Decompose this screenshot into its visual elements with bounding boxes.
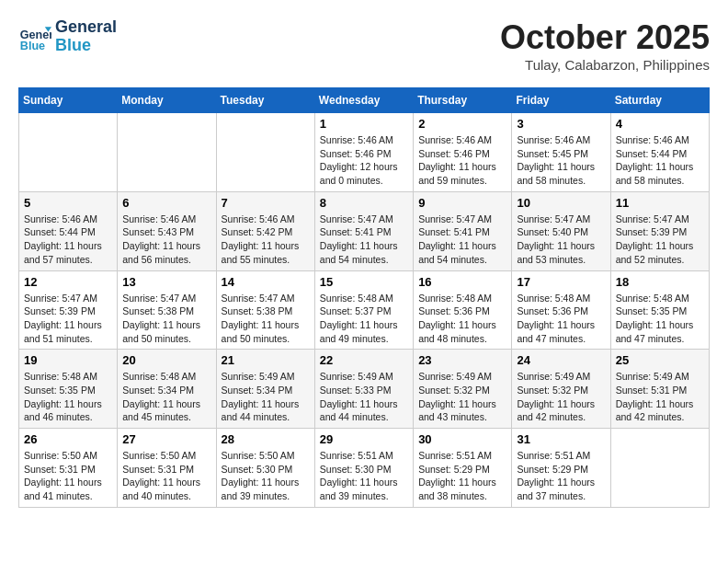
day-number: 27 (122, 432, 210, 446)
day-number: 31 (517, 432, 605, 446)
calendar-body: 1Sunrise: 5:46 AMSunset: 5:46 PMDaylight… (19, 113, 710, 508)
day-info: Sunrise: 5:46 AMSunset: 5:44 PMDaylight:… (24, 213, 112, 267)
day-info: Sunrise: 5:46 AMSunset: 5:46 PMDaylight:… (320, 133, 408, 188)
calendar-day-cell: 20Sunrise: 5:48 AMSunset: 5:34 PMDayligh… (118, 350, 216, 429)
calendar-day-cell: 31Sunrise: 5:51 AMSunset: 5:29 PMDayligh… (512, 429, 610, 508)
calendar-day-cell: 5Sunrise: 5:46 AMSunset: 5:44 PMDaylight… (19, 191, 118, 270)
calendar-day-cell: 25Sunrise: 5:49 AMSunset: 5:31 PMDayligh… (610, 350, 709, 429)
day-info: Sunrise: 5:51 AMSunset: 5:30 PMDaylight:… (320, 449, 408, 503)
day-number: 9 (418, 196, 506, 210)
day-number: 24 (517, 353, 605, 367)
day-info: Sunrise: 5:48 AMSunset: 5:36 PMDaylight:… (517, 292, 605, 346)
day-info: Sunrise: 5:51 AMSunset: 5:29 PMDaylight:… (418, 449, 506, 503)
calendar-day-cell: 15Sunrise: 5:48 AMSunset: 5:37 PMDayligh… (314, 270, 413, 350)
day-info: Sunrise: 5:49 AMSunset: 5:31 PMDaylight:… (616, 370, 704, 424)
calendar-day-cell: 24Sunrise: 5:49 AMSunset: 5:32 PMDayligh… (512, 350, 610, 429)
day-number: 2 (418, 117, 506, 131)
day-number: 6 (122, 196, 210, 210)
day-info: Sunrise: 5:48 AMSunset: 5:34 PMDaylight:… (122, 370, 210, 424)
day-number: 11 (616, 196, 704, 210)
calendar-day-cell: 27Sunrise: 5:50 AMSunset: 5:31 PMDayligh… (118, 429, 216, 508)
day-number: 20 (122, 353, 210, 367)
calendar-day-cell: 2Sunrise: 5:46 AMSunset: 5:46 PMDaylight… (414, 113, 512, 192)
day-info: Sunrise: 5:47 AMSunset: 5:39 PMDaylight:… (616, 213, 704, 267)
day-info: Sunrise: 5:46 AMSunset: 5:44 PMDaylight:… (616, 133, 704, 188)
day-number: 1 (320, 117, 408, 131)
calendar-day-cell: 26Sunrise: 5:50 AMSunset: 5:31 PMDayligh… (19, 429, 118, 508)
calendar-day-cell: 4Sunrise: 5:46 AMSunset: 5:44 PMDaylight… (610, 113, 709, 192)
calendar-day-cell: 11Sunrise: 5:47 AMSunset: 5:39 PMDayligh… (610, 191, 709, 270)
day-info: Sunrise: 5:49 AMSunset: 5:32 PMDaylight:… (517, 370, 605, 424)
calendar-table: SundayMondayTuesdayWednesdayThursdayFrid… (18, 87, 710, 508)
day-of-week-header: Friday (512, 88, 610, 113)
calendar-day-cell: 9Sunrise: 5:47 AMSunset: 5:41 PMDaylight… (414, 191, 512, 270)
calendar-day-cell (610, 429, 709, 508)
logo: General Blue General Blue (18, 18, 117, 55)
day-of-week-header: Sunday (19, 88, 118, 113)
day-info: Sunrise: 5:47 AMSunset: 5:38 PMDaylight:… (222, 292, 310, 346)
day-of-week-header: Saturday (610, 88, 709, 113)
day-info: Sunrise: 5:47 AMSunset: 5:41 PMDaylight:… (320, 213, 408, 267)
day-info: Sunrise: 5:46 AMSunset: 5:42 PMDaylight:… (222, 213, 310, 267)
calendar-day-cell (118, 113, 216, 192)
day-info: Sunrise: 5:49 AMSunset: 5:34 PMDaylight:… (222, 370, 310, 424)
day-number: 29 (320, 432, 408, 446)
day-number: 4 (616, 117, 704, 131)
day-info: Sunrise: 5:49 AMSunset: 5:33 PMDaylight:… (320, 370, 408, 424)
calendar-day-cell: 21Sunrise: 5:49 AMSunset: 5:34 PMDayligh… (216, 350, 314, 429)
calendar-day-cell: 30Sunrise: 5:51 AMSunset: 5:29 PMDayligh… (414, 429, 512, 508)
title-block: October 2025 Tulay, Calabarzon, Philippi… (500, 18, 710, 73)
day-number: 17 (517, 275, 605, 289)
day-number: 23 (418, 353, 506, 367)
day-number: 18 (616, 275, 704, 289)
day-number: 30 (418, 432, 506, 446)
day-number: 10 (517, 196, 605, 210)
day-info: Sunrise: 5:47 AMSunset: 5:39 PMDaylight:… (24, 292, 112, 346)
day-number: 3 (517, 117, 605, 131)
day-info: Sunrise: 5:51 AMSunset: 5:29 PMDaylight:… (517, 449, 605, 503)
svg-text:Blue: Blue (20, 39, 45, 52)
location: Tulay, Calabarzon, Philippines (500, 57, 710, 73)
calendar-day-cell: 12Sunrise: 5:47 AMSunset: 5:39 PMDayligh… (19, 270, 118, 350)
month-title: October 2025 (500, 18, 710, 57)
day-number: 15 (320, 275, 408, 289)
calendar-day-cell: 10Sunrise: 5:47 AMSunset: 5:40 PMDayligh… (512, 191, 610, 270)
calendar-day-cell (19, 113, 118, 192)
day-of-week-header: Monday (118, 88, 216, 113)
day-number: 5 (24, 196, 112, 210)
day-number: 8 (320, 196, 408, 210)
calendar-day-cell: 13Sunrise: 5:47 AMSunset: 5:38 PMDayligh… (118, 270, 216, 350)
day-info: Sunrise: 5:48 AMSunset: 5:36 PMDaylight:… (418, 292, 506, 346)
day-number: 19 (24, 353, 112, 367)
calendar-week-row: 26Sunrise: 5:50 AMSunset: 5:31 PMDayligh… (19, 429, 710, 508)
calendar-week-row: 5Sunrise: 5:46 AMSunset: 5:44 PMDaylight… (19, 191, 710, 270)
day-info: Sunrise: 5:46 AMSunset: 5:45 PMDaylight:… (517, 133, 605, 188)
day-number: 7 (222, 196, 310, 210)
day-of-week-header: Thursday (414, 88, 512, 113)
day-info: Sunrise: 5:48 AMSunset: 5:35 PMDaylight:… (616, 292, 704, 346)
day-info: Sunrise: 5:47 AMSunset: 5:41 PMDaylight:… (418, 213, 506, 267)
calendar-day-cell: 1Sunrise: 5:46 AMSunset: 5:46 PMDaylight… (314, 113, 413, 192)
day-info: Sunrise: 5:48 AMSunset: 5:35 PMDaylight:… (24, 370, 112, 424)
day-number: 14 (222, 275, 310, 289)
calendar-day-cell: 22Sunrise: 5:49 AMSunset: 5:33 PMDayligh… (314, 350, 413, 429)
day-info: Sunrise: 5:48 AMSunset: 5:37 PMDaylight:… (320, 292, 408, 346)
calendar-day-cell: 18Sunrise: 5:48 AMSunset: 5:35 PMDayligh… (610, 270, 709, 350)
calendar-day-cell (216, 113, 314, 192)
day-info: Sunrise: 5:47 AMSunset: 5:38 PMDaylight:… (122, 292, 210, 346)
calendar-week-row: 1Sunrise: 5:46 AMSunset: 5:46 PMDaylight… (19, 113, 710, 192)
calendar-day-cell: 16Sunrise: 5:48 AMSunset: 5:36 PMDayligh… (414, 270, 512, 350)
day-info: Sunrise: 5:46 AMSunset: 5:46 PMDaylight:… (418, 133, 506, 188)
logo-icon: General Blue (18, 20, 51, 53)
logo-text: General Blue (55, 18, 117, 55)
calendar-day-cell: 17Sunrise: 5:48 AMSunset: 5:36 PMDayligh… (512, 270, 610, 350)
day-of-week-header: Tuesday (216, 88, 314, 113)
day-number: 26 (24, 432, 112, 446)
day-number: 25 (616, 353, 704, 367)
header-row: SundayMondayTuesdayWednesdayThursdayFrid… (19, 88, 710, 113)
day-info: Sunrise: 5:50 AMSunset: 5:30 PMDaylight:… (222, 449, 310, 503)
day-number: 16 (418, 275, 506, 289)
day-info: Sunrise: 5:49 AMSunset: 5:32 PMDaylight:… (418, 370, 506, 424)
day-info: Sunrise: 5:47 AMSunset: 5:40 PMDaylight:… (517, 213, 605, 267)
day-info: Sunrise: 5:46 AMSunset: 5:43 PMDaylight:… (122, 213, 210, 267)
